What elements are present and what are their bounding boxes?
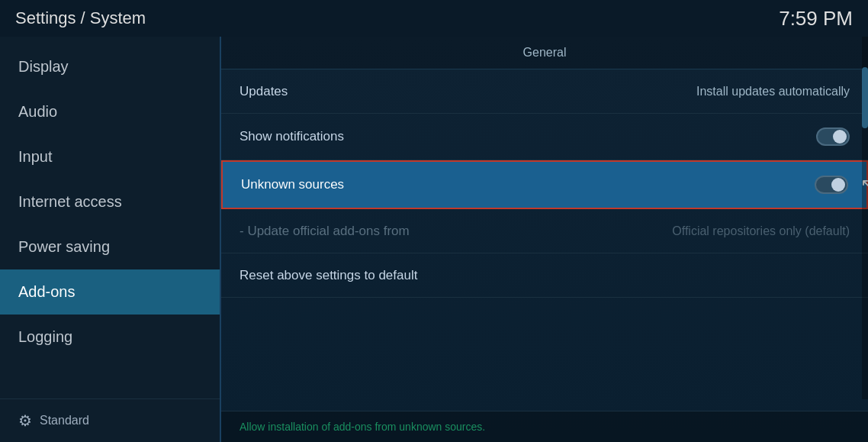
setting-label-updates: Updates: [240, 84, 288, 99]
sidebar-item-add-ons[interactable]: Add-ons: [0, 269, 220, 315]
setting-value-update-addons-from: Official repositories only (default): [672, 224, 850, 238]
page-title: Settings / System: [15, 8, 146, 28]
main-layout: Display Audio Input Internet access Powe…: [0, 37, 868, 442]
toggle-show-notifications[interactable]: [816, 127, 850, 146]
content-area: General Updates Install updates automati…: [220, 37, 868, 442]
sidebar-item-input[interactable]: Input: [0, 134, 220, 179]
clock: 7:59 PM: [779, 7, 853, 31]
setting-row-updates[interactable]: Updates Install updates automatically: [221, 69, 868, 114]
sidebar-footer: ⚙ Standard: [0, 398, 220, 442]
sidebar-item-internet-access[interactable]: Internet access: [0, 179, 220, 224]
standard-label: Standard: [40, 414, 89, 427]
bottom-notice: Allow installation of add-ons from unkno…: [221, 411, 868, 442]
scrollbar-thumb[interactable]: [862, 67, 868, 128]
toggle-unknown-sources[interactable]: [815, 176, 848, 194]
setting-row-show-notifications[interactable]: Show notifications: [221, 114, 868, 160]
setting-label-reset-settings: Reset above settings to default: [240, 268, 417, 283]
section-header: General: [221, 37, 868, 69]
sidebar-item-display[interactable]: Display: [0, 44, 220, 89]
setting-label-unknown-sources: Unknown sources: [241, 177, 344, 192]
scrollbar-track[interactable]: [862, 37, 868, 399]
gear-icon: ⚙: [18, 411, 32, 430]
sidebar: Display Audio Input Internet access Powe…: [0, 37, 220, 442]
setting-label-show-notifications: Show notifications: [240, 129, 344, 144]
setting-row-unknown-sources[interactable]: Unknown sources ↖: [221, 160, 868, 209]
setting-row-reset-settings[interactable]: Reset above settings to default: [221, 253, 868, 298]
sidebar-item-power-saving[interactable]: Power saving: [0, 224, 220, 269]
setting-label-update-addons-from: - Update official add-ons from: [240, 224, 410, 239]
setting-row-update-addons-from[interactable]: - Update official add-ons from Official …: [221, 209, 868, 253]
header: Settings / System 7:59 PM: [0, 0, 868, 37]
toggle-knob-show-notifications: [833, 130, 847, 144]
toggle-knob-unknown-sources: [831, 178, 845, 192]
sidebar-item-audio[interactable]: Audio: [0, 89, 220, 134]
sidebar-item-logging[interactable]: Logging: [0, 315, 220, 360]
setting-value-updates: Install updates automatically: [696, 85, 850, 98]
settings-list: Updates Install updates automatically Sh…: [221, 69, 868, 411]
